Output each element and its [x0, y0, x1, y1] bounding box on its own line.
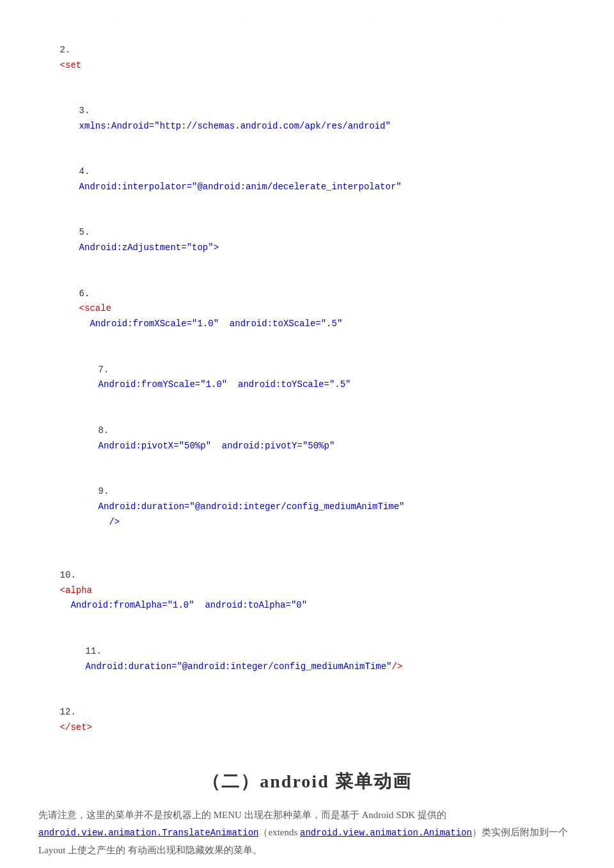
code-block-1: 2. <set 3. xmlns:Android="http://schemas… — [38, 28, 576, 545]
section-title: （二）android 菜单动画 — [38, 769, 576, 794]
intro-paragraph: 先请注意，这里的菜单并不是按机器上的 MENU 出现在那种菜单，而是基于 And… — [38, 807, 576, 858]
code-block-2: 10. <alpha Android:fromAlpha="1.0" andro… — [38, 553, 576, 750]
watermark-top: VIPVIPVIP VIPVIPVIP VIPVIPVIP — [38, 13, 576, 22]
